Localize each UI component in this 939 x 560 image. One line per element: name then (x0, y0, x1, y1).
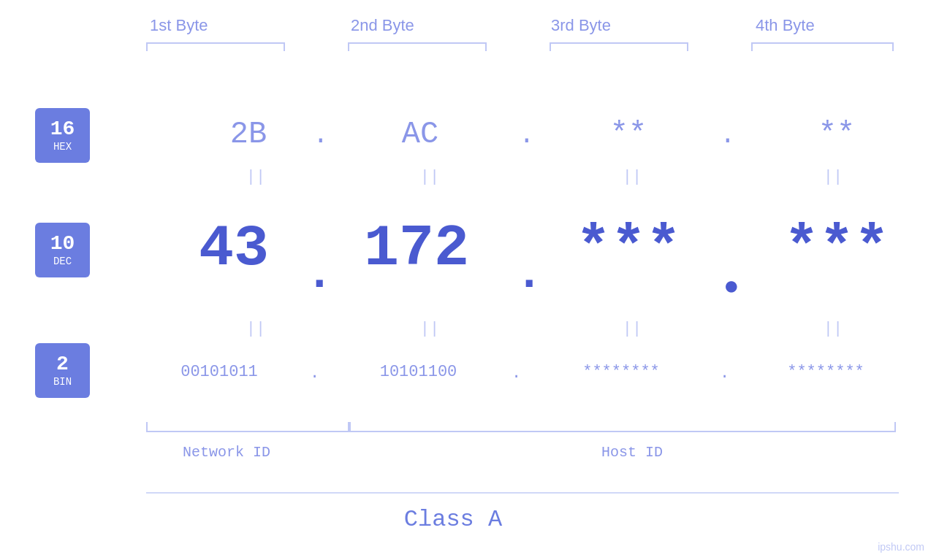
byte2-header: 2nd Byte (351, 16, 414, 35)
byte1-header: 1st Byte (150, 16, 208, 35)
bracket-byte1-top (146, 42, 285, 51)
hex-badge: 16 HEX (35, 108, 90, 163)
byte3-header: 3rd Byte (551, 16, 611, 35)
eq2-b2: || (415, 320, 444, 338)
hex-b4: ** (775, 117, 899, 152)
dec-dot3: ● (723, 272, 740, 302)
byte4-header: 4th Byte (756, 16, 815, 35)
hex-badge-number: 16 (50, 119, 75, 139)
hex-b1: 2B (179, 117, 318, 152)
dec-badge-label: DEC (53, 256, 72, 267)
main-layout: 1st Byte 2nd Byte 3rd Byte 4th Byte 16 H… (0, 0, 939, 560)
bin-dot1: . (310, 364, 319, 383)
bin-badge-label: BIN (53, 376, 72, 388)
dec-b3: *** (548, 215, 709, 282)
eq2-b1: || (241, 320, 270, 338)
hex-badge-label: HEX (53, 141, 72, 153)
class-label: Class A (0, 506, 906, 533)
class-bracket (146, 485, 899, 494)
dec-badge: 10 DEC (35, 223, 90, 277)
dec-b2: 172 (336, 215, 497, 282)
dec-dot2: . (515, 248, 543, 301)
bin-b2: 10101100 (332, 363, 504, 381)
eq1-b1: || (241, 168, 270, 186)
bin-badge: 2 BIN (35, 343, 90, 398)
eq1-b2: || (415, 168, 444, 186)
hex-dot2: . (519, 120, 535, 150)
bracket-host-bottom (348, 422, 896, 432)
hex-dot3: . (720, 120, 736, 150)
eq2-b4: || (818, 320, 848, 338)
bracket-byte3-top (550, 42, 688, 51)
bin-b1: 00101011 (135, 363, 303, 381)
hex-b3: ** (566, 117, 691, 152)
dec-b1: 43 (164, 215, 303, 282)
eq1-b3: || (617, 168, 647, 186)
bracket-byte4-top (751, 42, 894, 51)
bin-dot3: . (720, 364, 729, 383)
eq1-b4: || (818, 168, 848, 186)
dec-dot1: . (305, 248, 333, 301)
watermark: ipshu.com (878, 541, 924, 553)
host-id-label: Host ID (585, 444, 680, 461)
bracket-network-bottom (146, 422, 351, 432)
bin-badge-number: 2 (56, 354, 69, 375)
dec-badge-number: 10 (50, 234, 75, 254)
bin-b4: ******** (738, 363, 913, 381)
hex-b2: AC (351, 117, 490, 152)
network-id-label: Network ID (171, 444, 282, 461)
dec-b4: *** (753, 215, 921, 282)
bracket-byte2-top (348, 42, 487, 51)
eq2-b3: || (617, 320, 647, 338)
bin-dot2: . (512, 364, 521, 383)
hex-dot1: . (313, 120, 329, 150)
bin-b3: ******** (533, 363, 709, 381)
